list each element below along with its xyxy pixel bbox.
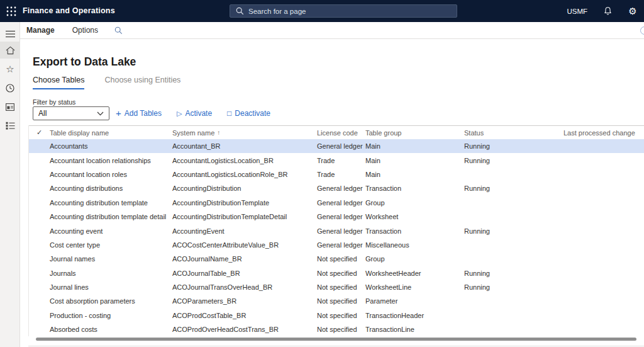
- tables-grid: ✓ Table display name System name ↑ Licen…: [28, 125, 644, 336]
- cell-license-code: Not specified: [317, 270, 365, 277]
- header-table-group[interactable]: Table group: [365, 129, 464, 137]
- table-row[interactable]: Accounting distributionsAccountingDistri…: [29, 181, 644, 195]
- cell-table-group: WorksheetLine: [365, 283, 464, 291]
- cell-status: Running: [464, 142, 564, 150]
- notifications-bell-icon[interactable]: [602, 6, 613, 16]
- cell-table-group: Worksheet: [365, 213, 464, 220]
- cell-status: Running: [464, 227, 564, 235]
- tab-choose-using-entities[interactable]: Choose using Entities: [104, 76, 180, 89]
- cell-license-code: Not specified: [317, 312, 365, 319]
- cell-table-display-name: Accounting distributions: [50, 185, 172, 192]
- cell-license-code: Not specified: [317, 255, 365, 263]
- horizontal-scrollbar[interactable]: [36, 338, 636, 341]
- cell-status: Running: [464, 185, 564, 192]
- table-row[interactable]: AccountantsAccountant_BRGeneral ledgerMa…: [29, 139, 644, 153]
- table-row[interactable]: Journal namesACOJournalName_BRNot specif…: [29, 252, 644, 266]
- cell-table-group: Group: [365, 199, 464, 207]
- nav-sidebar: ☆: [0, 22, 20, 347]
- cell-license-code: General ledger: [317, 213, 365, 220]
- grid-bottom-border: [28, 346, 644, 346]
- square-outline-icon: □: [227, 110, 231, 118]
- cell-system-name: AccountingDistributionTemplate: [172, 199, 317, 207]
- sort-ascending-icon: ↑: [217, 129, 220, 136]
- cell-table-group: Parameter: [365, 297, 464, 305]
- table-row[interactable]: Accounting eventAccountingEventGeneral l…: [29, 224, 644, 237]
- edge-partial-circle-icon: [640, 26, 644, 35]
- cell-system-name: ACOCostCenterAttributeValue_BR: [172, 241, 317, 249]
- cell-table-display-name: Accountant location relationships: [50, 157, 172, 164]
- cell-license-code: Trade: [317, 157, 365, 164]
- settings-gear-icon[interactable]: ⚙: [628, 6, 638, 16]
- cell-table-display-name: Accounting distribution template detail: [50, 213, 172, 220]
- cell-table-group: Miscellaneous: [365, 241, 464, 249]
- cell-system-name: ACOParameters_BR: [172, 297, 317, 305]
- header-status[interactable]: Status: [464, 129, 564, 137]
- table-row[interactable]: Absorbed costsACOProdOverHeadCostTrans_B…: [29, 322, 644, 336]
- cell-table-display-name: Accountant location roles: [50, 171, 172, 178]
- app-title[interactable]: Finance and Operations: [23, 6, 115, 15]
- sidebar-workspaces-icon[interactable]: [0, 98, 20, 115]
- plus-icon: +: [116, 109, 121, 118]
- sidebar-favorites-star-icon[interactable]: ☆: [0, 60, 20, 77]
- cell-system-name: ACOJournalTransOverHead_BR: [172, 283, 317, 291]
- deactivate-button[interactable]: □ Deactivate: [227, 109, 270, 118]
- cell-system-name: AccountingDistributionTemplateDetail: [172, 213, 317, 220]
- cell-table-display-name: Cost center type: [50, 241, 172, 249]
- header-last-processed-change[interactable]: Last processed change: [564, 129, 644, 137]
- table-row[interactable]: Cost center typeACOCostCenterAttributeVa…: [29, 238, 644, 252]
- cell-table-group: Group: [365, 255, 464, 263]
- action-bar-item-options[interactable]: Options: [72, 26, 98, 35]
- cell-table-group: Main: [365, 157, 464, 164]
- cell-system-name: ACOProdCostTable_BR: [172, 312, 317, 319]
- sidebar-recent-clock-icon[interactable]: [0, 79, 20, 96]
- add-tables-button[interactable]: + Add Tables: [116, 109, 162, 118]
- cell-table-display-name: Cost absorption parameters: [50, 297, 172, 305]
- action-search-icon[interactable]: [114, 26, 123, 35]
- cell-system-name: Accountant_BR: [172, 142, 317, 150]
- table-row[interactable]: Journal linesACOJournalTransOverHead_BRN…: [29, 280, 644, 294]
- cell-status: Running: [464, 157, 564, 164]
- cell-table-group: Transaction: [365, 227, 464, 235]
- cell-status: Running: [464, 270, 564, 277]
- cell-license-code: General ledger: [317, 185, 365, 192]
- sidebar-modules-list-icon[interactable]: [0, 117, 20, 134]
- top-bar: Finance and Operations USMF ⚙: [0, 0, 644, 22]
- table-row[interactable]: Cost absorption parametersACOParameters_…: [29, 294, 644, 308]
- select-all-check-icon[interactable]: ✓: [29, 128, 50, 137]
- play-outline-icon: ▷: [177, 110, 182, 117]
- cell-license-code: Not specified: [317, 283, 365, 291]
- status-filter-dropdown[interactable]: All: [33, 106, 109, 120]
- header-license-code[interactable]: License code: [317, 129, 365, 137]
- cell-table-group: TransactionLine: [365, 326, 464, 333]
- cell-table-display-name: Accounting event: [50, 227, 172, 235]
- company-picker[interactable]: USMF: [567, 8, 587, 15]
- activate-button[interactable]: ▷ Activate: [177, 109, 212, 118]
- table-row[interactable]: Production - costingACOProdCostTable_BRN…: [29, 309, 644, 322]
- action-bar-item-manage[interactable]: Manage: [26, 26, 55, 35]
- main-content: Export to Data Lake Choose Tables Choose…: [20, 39, 644, 347]
- filter-by-status-label: Filter by status: [33, 98, 75, 106]
- cell-table-display-name: Accountants: [50, 142, 172, 150]
- table-row[interactable]: Accounting distribution template detailA…: [29, 210, 644, 224]
- table-row[interactable]: Accounting distribution templateAccounti…: [29, 196, 644, 210]
- cell-system-name: AccountingEvent: [172, 227, 317, 235]
- tab-strip: Choose Tables Choose using Entities: [33, 76, 180, 89]
- tab-choose-tables[interactable]: Choose Tables: [33, 76, 84, 89]
- cell-table-display-name: Journals: [50, 270, 172, 277]
- cell-table-group: TransactionHeader: [365, 312, 464, 319]
- header-system-name[interactable]: System name ↑: [172, 129, 317, 137]
- cell-table-display-name: Production - costing: [50, 312, 172, 319]
- grid-body: AccountantsAccountant_BRGeneral ledgerMa…: [29, 139, 644, 336]
- grid-actions: + Add Tables ▷ Activate □ Deactivate: [116, 106, 270, 120]
- table-row[interactable]: Accountant location relationshipsAccount…: [29, 153, 644, 167]
- table-row[interactable]: JournalsACOJournalTable_BRNot specifiedW…: [29, 266, 644, 280]
- search-input[interactable]: [248, 8, 431, 15]
- table-row[interactable]: Accountant location rolesAccountantLogis…: [29, 168, 644, 181]
- sidebar-home-icon[interactable]: [0, 42, 20, 59]
- header-table-display-name[interactable]: Table display name: [50, 129, 172, 137]
- cell-table-display-name: Journal names: [50, 255, 172, 263]
- page-search-box[interactable]: [230, 4, 457, 18]
- menu-hamburger-icon[interactable]: [0, 25, 20, 42]
- cell-license-code: General ledger: [317, 142, 365, 150]
- app-launcher-icon[interactable]: [6, 6, 17, 17]
